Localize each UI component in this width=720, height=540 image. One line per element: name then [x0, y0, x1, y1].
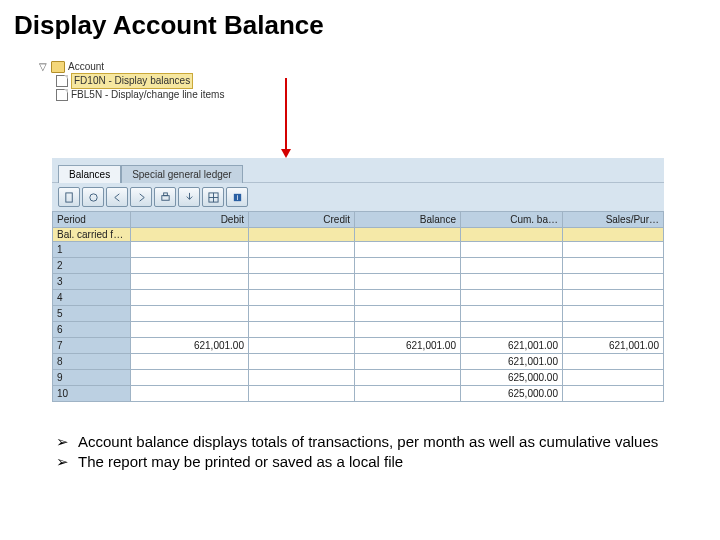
table-row[interactable]: 5 — [53, 306, 664, 322]
tree-item-fd10n[interactable]: FD10N - Display balances — [38, 74, 224, 88]
value-cell — [131, 354, 249, 370]
value-cell — [131, 386, 249, 402]
period-cell: 7 — [53, 338, 131, 354]
bullet-marker-icon: ➢ — [56, 432, 78, 452]
value-cell — [461, 258, 563, 274]
svg-rect-2 — [161, 195, 168, 200]
value-cell — [355, 274, 461, 290]
value-cell — [249, 322, 355, 338]
col-sales[interactable]: Sales/Pur… — [563, 212, 664, 228]
table-row[interactable]: 9625,000.00 — [53, 370, 664, 386]
col-cum[interactable]: Cum. ba… — [461, 212, 563, 228]
value-cell — [355, 322, 461, 338]
value-cell — [355, 354, 461, 370]
toolbar-back-button[interactable] — [106, 187, 128, 207]
tree-item-fbl5n[interactable]: FBL5N - Display/change line items — [38, 88, 224, 102]
value-cell — [249, 290, 355, 306]
col-debit[interactable]: Debit — [131, 212, 249, 228]
table-row[interactable]: 1 — [53, 242, 664, 258]
value-cell — [355, 306, 461, 322]
bullet-list: ➢ Account balance displays totals of tra… — [56, 432, 690, 472]
arrow-indicator — [285, 78, 287, 150]
value-cell — [563, 258, 664, 274]
tab-balances[interactable]: Balances — [58, 165, 121, 183]
tab-special-gl[interactable]: Special general ledger — [121, 165, 243, 183]
value-cell — [563, 306, 664, 322]
svg-point-1 — [89, 193, 96, 200]
page-title: Display Account Balance — [0, 0, 720, 47]
value-cell: 625,000.00 — [461, 370, 563, 386]
table-row[interactable]: 8621,001.00 — [53, 354, 664, 370]
document-icon — [56, 89, 68, 101]
value-cell — [249, 258, 355, 274]
table-row[interactable]: 10625,000.00 — [53, 386, 664, 402]
value-cell — [249, 386, 355, 402]
value-cell — [131, 242, 249, 258]
slide: Display Account Balance ▽ Account FD10N … — [0, 0, 720, 540]
value-cell: 621,001.00 — [355, 338, 461, 354]
value-cell — [355, 258, 461, 274]
bullet-marker-icon: ➢ — [56, 452, 78, 472]
tree-root-label: Account — [68, 60, 104, 74]
tree-root-row[interactable]: ▽ Account — [38, 60, 224, 74]
value-cell — [461, 242, 563, 258]
toolbar-export-button[interactable] — [178, 187, 200, 207]
period-cell: 1 — [53, 242, 131, 258]
balances-panel: Balances Special general ledger i Period… — [52, 158, 664, 402]
svg-rect-0 — [65, 192, 71, 201]
value-cell — [249, 354, 355, 370]
carry-forward-row: Bal. carried f… — [53, 228, 664, 242]
period-cell: 6 — [53, 322, 131, 338]
svg-rect-3 — [163, 192, 167, 195]
value-cell: 621,001.00 — [461, 354, 563, 370]
period-cell: 4 — [53, 290, 131, 306]
period-cell: 2 — [53, 258, 131, 274]
tree-item-label: FBL5N - Display/change line items — [71, 88, 224, 102]
table-row[interactable]: 7621,001.00621,001.00621,001.00621,001.0… — [53, 338, 664, 354]
value-cell — [131, 274, 249, 290]
toolbar-doc-button[interactable] — [58, 187, 80, 207]
tree-toggle-icon[interactable]: ▽ — [38, 60, 48, 74]
value-cell — [249, 338, 355, 354]
toolbar-grid-button[interactable] — [202, 187, 224, 207]
tabstrip: Balances Special general ledger — [52, 158, 664, 182]
value-cell: 621,001.00 — [131, 338, 249, 354]
period-cell: 8 — [53, 354, 131, 370]
toolbar-forward-button[interactable] — [130, 187, 152, 207]
value-cell — [355, 386, 461, 402]
table-row[interactable]: 3 — [53, 274, 664, 290]
toolbar-info-button[interactable]: i — [226, 187, 248, 207]
value-cell: 621,001.00 — [461, 338, 563, 354]
value-cell — [563, 274, 664, 290]
carry-label: Bal. carried f… — [53, 228, 131, 242]
value-cell — [249, 306, 355, 322]
value-cell: 625,000.00 — [461, 386, 563, 402]
value-cell — [131, 290, 249, 306]
folder-icon — [51, 61, 65, 73]
value-cell — [131, 306, 249, 322]
table-row[interactable]: 4 — [53, 290, 664, 306]
col-period[interactable]: Period — [53, 212, 131, 228]
value-cell — [563, 242, 664, 258]
value-cell — [131, 322, 249, 338]
table-row[interactable]: 2 — [53, 258, 664, 274]
period-cell: 10 — [53, 386, 131, 402]
nav-tree: ▽ Account FD10N - Display balances FBL5N… — [38, 60, 224, 102]
grid-toolbar: i — [52, 182, 664, 211]
document-icon — [56, 75, 68, 87]
toolbar-currency-button[interactable] — [82, 187, 104, 207]
bullet-text: Account balance displays totals of trans… — [78, 432, 658, 452]
col-balance[interactable]: Balance — [355, 212, 461, 228]
table-row[interactable]: 6 — [53, 322, 664, 338]
toolbar-print-button[interactable] — [154, 187, 176, 207]
col-credit[interactable]: Credit — [249, 212, 355, 228]
value-cell — [355, 242, 461, 258]
value-cell — [131, 370, 249, 386]
period-cell: 9 — [53, 370, 131, 386]
period-cell: 3 — [53, 274, 131, 290]
value-cell — [131, 258, 249, 274]
value-cell — [563, 322, 664, 338]
value-cell — [249, 274, 355, 290]
bullet-text: The report may be printed or saved as a … — [78, 452, 403, 472]
value-cell — [355, 370, 461, 386]
